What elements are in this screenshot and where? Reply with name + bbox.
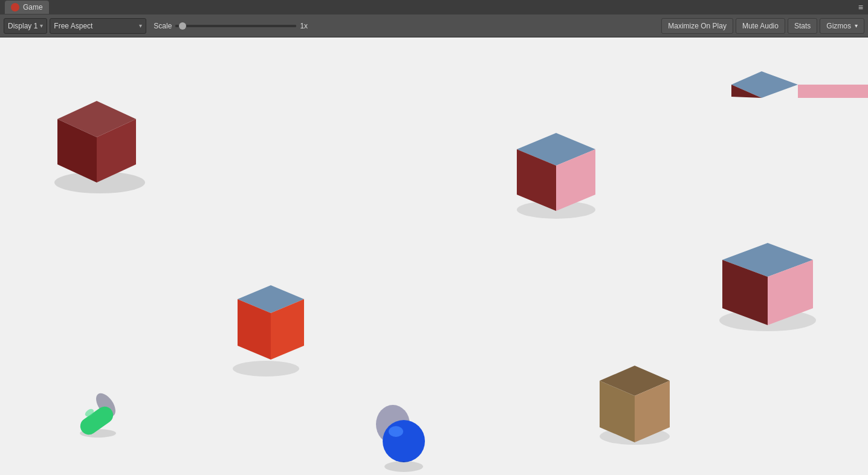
aspect-arrow: ▾	[139, 22, 142, 29]
scale-value: 1x	[300, 22, 308, 30]
hamburger-icon[interactable]: ≡	[858, 2, 863, 12]
display-label: Display 1	[8, 22, 37, 30]
game-tab[interactable]: Game	[5, 1, 49, 14]
title-bar-right: ≡	[858, 2, 863, 12]
gizmos-button[interactable]: Gizmos ▾	[820, 18, 864, 34]
scale-slider[interactable]	[175, 25, 296, 27]
gizmos-arrow: ▾	[855, 22, 858, 29]
aspect-label: Free Aspect	[54, 22, 92, 30]
scene-svg	[0, 37, 868, 475]
display-arrow: ▾	[40, 22, 43, 29]
cube3-shadow	[233, 361, 299, 376]
maximize-on-play-button[interactable]: Maximize On Play	[661, 18, 733, 34]
scale-thumb[interactable]	[179, 22, 186, 30]
scale-text: Scale	[154, 22, 172, 30]
tab-label: Game	[23, 3, 43, 11]
title-bar: Game ≡	[0, 0, 868, 15]
toolbar: Display 1 ▾ Free Aspect ▾ Scale 1x Maxim…	[0, 15, 868, 37]
scale-track	[175, 25, 296, 27]
display-dropdown[interactable]: Display 1 ▾	[4, 18, 47, 34]
stats-button[interactable]: Stats	[788, 18, 817, 34]
sphere-ground-shadow	[384, 461, 423, 472]
scale-group: Scale 1x	[154, 22, 308, 30]
game-viewport	[0, 37, 868, 475]
sphere-highlight	[389, 426, 403, 437]
mute-audio-button[interactable]: Mute Audio	[736, 18, 785, 34]
sphere-body	[383, 420, 425, 462]
unity-logo-icon	[11, 3, 19, 11]
aspect-dropdown[interactable]: Free Aspect ▾	[50, 18, 146, 34]
